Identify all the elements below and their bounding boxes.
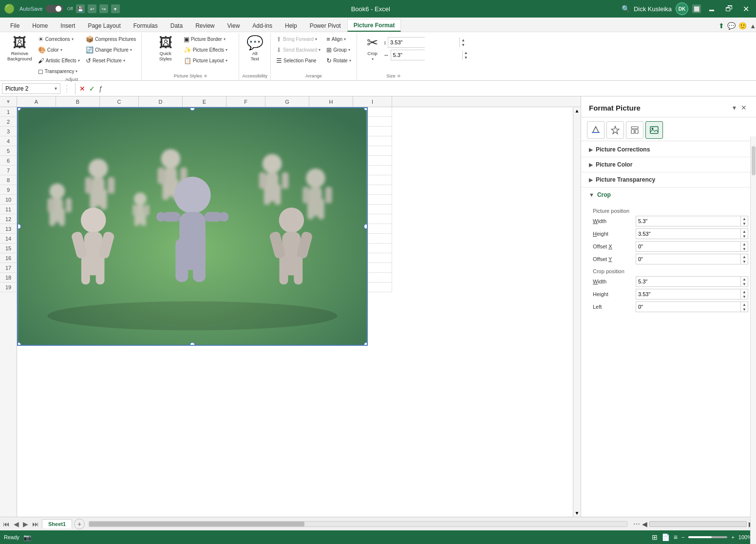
group-btn[interactable]: ⊞ Group ▾ <box>324 45 353 55</box>
picture-layout-btn[interactable]: 📋 Picture Layout ▾ <box>181 56 230 66</box>
align-dropdown[interactable]: ▾ <box>344 37 346 41</box>
section-crop[interactable]: ▼ Crop <box>581 188 756 201</box>
tab-help[interactable]: Help <box>279 19 303 32</box>
crop-left-up[interactable]: ▲ <box>741 302 748 307</box>
align-btn[interactable]: ≡ Align ▾ <box>324 34 353 44</box>
send-backward-btn[interactable]: ⬇ Send Backward ▾ <box>274 45 323 55</box>
smiley-icon[interactable]: 🙂 <box>738 22 747 30</box>
quick-styles-btn[interactable]: 🖼 QuickStyles <box>151 34 180 64</box>
status-camera-icon[interactable]: 📷 <box>23 534 31 541</box>
field-input-offset-y[interactable]: ▲ ▼ <box>636 254 748 264</box>
row-3[interactable]: 3 <box>0 127 17 136</box>
vertical-scrollbar[interactable]: ▲ ▼ <box>573 107 581 517</box>
field-input-height[interactable]: ▲ ▼ <box>636 228 748 239</box>
col-header-h[interactable]: H <box>309 96 353 107</box>
row-7[interactable]: 7 <box>0 166 17 175</box>
crop-left-down[interactable]: ▼ <box>741 307 748 312</box>
crop-width-up[interactable]: ▲ <box>741 277 748 281</box>
field-input-crop-left[interactable]: ▲ ▼ <box>636 301 748 312</box>
row-17[interactable]: 17 <box>0 263 17 273</box>
col-header-e[interactable]: E <box>183 96 227 107</box>
col-header-a[interactable]: A <box>17 96 56 107</box>
cancel-formula-icon[interactable]: ✕ <box>79 85 85 93</box>
tab-review[interactable]: Review <box>189 19 221 32</box>
corrections-dropdown[interactable]: ▾ <box>72 37 74 41</box>
row-16[interactable]: 16 <box>0 253 17 263</box>
tab-formulas[interactable]: Formulas <box>127 19 164 32</box>
row-18[interactable]: 18 <box>0 273 17 282</box>
add-sheet-btn[interactable]: + <box>74 519 85 529</box>
confirm-formula-icon[interactable]: ✓ <box>89 85 95 93</box>
col-header-b[interactable]: B <box>56 96 100 107</box>
artistic-effects-dropdown[interactable]: ▾ <box>78 58 80 63</box>
reset-picture-dropdown[interactable]: ▾ <box>123 58 125 63</box>
scroll-down-btn[interactable]: ▼ <box>573 509 581 517</box>
save-icon[interactable]: 💾 <box>76 4 85 13</box>
redo-icon[interactable]: ↪ <box>99 4 108 13</box>
crop-width-down[interactable]: ▼ <box>741 281 748 286</box>
color-dropdown[interactable]: ▾ <box>60 48 62 52</box>
crop-width-value[interactable] <box>636 277 740 286</box>
height-up[interactable]: ▲ <box>741 229 748 234</box>
reset-picture-btn[interactable]: ↺ Reset Picture ▾ <box>83 56 138 66</box>
size-expand[interactable]: ⎆ <box>397 73 400 78</box>
normal-view-icon[interactable]: ⊞ <box>652 533 658 541</box>
close-btn[interactable]: ✕ <box>740 3 752 15</box>
comments-icon[interactable]: 💬 <box>727 22 736 30</box>
zoom-plus-icon[interactable]: + <box>731 534 734 540</box>
field-input-offset-x[interactable]: ▲ ▼ <box>636 241 748 252</box>
color-btn[interactable]: 🎨 Color ▾ <box>36 45 82 55</box>
width-down[interactable]: ▼ <box>741 221 748 226</box>
width-up[interactable]: ▲ <box>741 216 748 221</box>
height-value[interactable] <box>636 229 740 239</box>
row-4[interactable]: 4 <box>0 136 17 146</box>
bring-forward-dropdown[interactable]: ▾ <box>315 37 317 41</box>
row-6[interactable]: 6 <box>0 156 17 166</box>
size-height-input[interactable]: ▲ ▼ <box>388 37 425 48</box>
size-width-field[interactable] <box>391 50 462 60</box>
name-box[interactable]: Picture 2 ▾ <box>2 83 60 94</box>
offset-x-down[interactable]: ▼ <box>741 246 748 251</box>
field-input-crop-width[interactable]: ▲ ▼ <box>636 276 748 287</box>
collapse-ribbon-icon[interactable]: ▲ <box>750 22 756 30</box>
rotate-btn[interactable]: ↻ Rotate ▾ <box>324 56 353 66</box>
send-backward-dropdown[interactable]: ▾ <box>319 48 321 52</box>
prev-btn[interactable]: ◀ <box>642 520 647 528</box>
offset-y-up[interactable]: ▲ <box>741 254 748 259</box>
tab-view[interactable]: View <box>221 19 246 32</box>
panel-scrollbar[interactable] <box>750 136 756 517</box>
row-13[interactable]: 13 <box>0 224 17 234</box>
row-8[interactable]: 8 <box>0 175 17 185</box>
section-picture-color[interactable]: ▶ Picture Color <box>581 158 756 171</box>
crop-height-down[interactable]: ▼ <box>741 294 748 299</box>
field-input-crop-height[interactable]: ▲ ▼ <box>636 289 748 300</box>
undo-icon[interactable]: ↩ <box>88 4 96 13</box>
sheet-options-dots[interactable]: ⋯ <box>633 520 640 528</box>
size-height-up[interactable]: ▲ <box>460 38 467 42</box>
section-picture-corrections[interactable]: ▶ Picture Corrections <box>581 143 756 156</box>
crop-btn[interactable]: ✂ Crop ▾ <box>362 34 383 63</box>
row-2[interactable]: 2 <box>0 117 17 127</box>
tab-addins[interactable]: Add-ins <box>246 19 279 32</box>
corrections-btn[interactable]: ☀ Corrections ▾ <box>36 34 82 44</box>
search-icon[interactable]: 🔍 <box>622 5 630 13</box>
prev-sheet-btn[interactable]: ◀ <box>13 519 20 529</box>
crop-height-value[interactable] <box>636 289 740 299</box>
tab-power-pivot[interactable]: Power Pivot <box>303 19 347 32</box>
col-header-g[interactable]: G <box>265 96 309 107</box>
transparency-btn[interactable]: ◻ Transparency ▾ <box>36 66 82 76</box>
height-down[interactable]: ▼ <box>741 234 748 239</box>
user-avatar[interactable]: DK <box>676 2 688 15</box>
rotate-dropdown[interactable]: ▾ <box>349 58 351 63</box>
group-dropdown[interactable]: ▾ <box>348 48 350 52</box>
sheet-tab-sheet1[interactable]: Sheet1 <box>42 519 72 528</box>
picture-styles-expand[interactable]: ⎆ <box>204 73 207 78</box>
size-width-input[interactable]: ▲ ▼ <box>391 50 425 60</box>
panel-tab-effects[interactable] <box>606 121 624 139</box>
picture-border-dropdown[interactable]: ▾ <box>224 37 226 41</box>
crop-dropdown[interactable]: ▾ <box>372 57 374 61</box>
remove-background-btn[interactable]: 🖼 RemoveBackground <box>5 34 35 64</box>
size-height-down[interactable]: ▼ <box>460 42 467 47</box>
formula-input[interactable] <box>105 85 754 92</box>
row-19[interactable]: 19 <box>0 282 17 292</box>
